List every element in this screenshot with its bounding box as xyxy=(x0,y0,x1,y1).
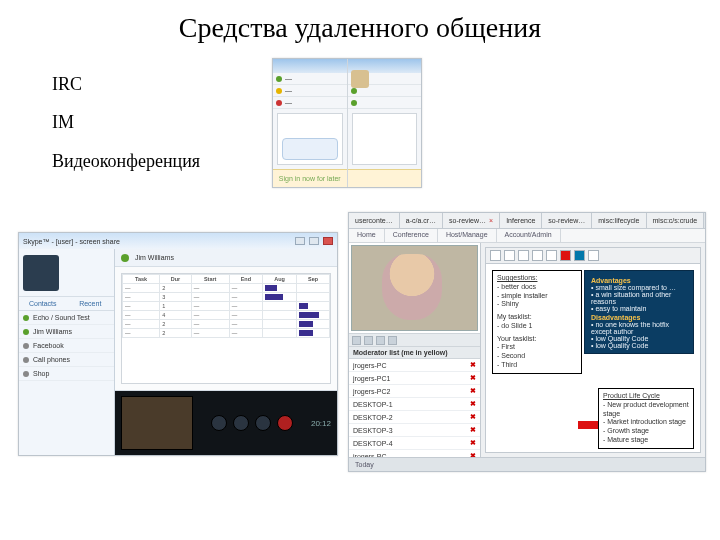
tool-share-icon[interactable] xyxy=(364,336,373,345)
slide-title: Средства удаленного общения xyxy=(40,12,680,44)
nav-home[interactable]: Home xyxy=(349,229,385,242)
call-duration: 20:12 xyxy=(311,419,331,428)
nav-host[interactable]: Host/Manage xyxy=(438,229,497,242)
sidebar-item[interactable]: Shop xyxy=(19,367,114,381)
info-panel: Advantages • small size compared to … • … xyxy=(584,270,694,354)
panel-heading: Disadvantages xyxy=(591,314,687,321)
tab-recent[interactable]: Recent xyxy=(67,297,115,310)
skype-sidebar: Contacts Recent Echo / Sound Test Jim Wi… xyxy=(19,249,115,455)
note-heading: Your tasklist: xyxy=(497,335,577,344)
whiteboard-toolbar xyxy=(486,248,700,264)
remote-video-thumb xyxy=(121,396,193,450)
remove-icon[interactable]: ✖ xyxy=(470,361,476,369)
bullet-irc: IRC xyxy=(52,68,200,100)
tool-chat-icon[interactable] xyxy=(352,336,361,345)
sidebar-item[interactable]: Jim Williams xyxy=(19,325,114,339)
call-strip: 20:12 xyxy=(115,391,337,455)
nav-account[interactable]: Account/Admin xyxy=(497,229,561,242)
tool-rect-icon[interactable] xyxy=(518,250,529,261)
video-toggle-button[interactable] xyxy=(233,415,249,431)
browser-tab[interactable]: userconte… xyxy=(349,213,400,228)
remove-icon[interactable]: ✖ xyxy=(470,387,476,395)
bullet-video: Видеоконференция xyxy=(52,145,200,177)
tool-erase-icon[interactable] xyxy=(546,250,557,261)
browser-tab[interactable]: Inference xyxy=(500,213,542,228)
tool-pen-icon[interactable] xyxy=(532,250,543,261)
mute-button[interactable] xyxy=(211,415,227,431)
participants-list: jrogers-PC✖ jrogers-PC1✖ jrogers-PC2✖ DE… xyxy=(349,359,480,457)
bullet-list: IRC IM Видеоконференция xyxy=(52,68,200,183)
tab-contacts[interactable]: Contacts xyxy=(19,297,67,310)
bullet-im: IM xyxy=(52,106,200,138)
im-contact: — xyxy=(285,99,292,106)
participant-row[interactable]: DESKTOP-3✖ xyxy=(349,424,480,437)
participant-row[interactable]: jrogers-PC2✖ xyxy=(349,385,480,398)
remove-icon[interactable]: ✖ xyxy=(470,426,476,434)
remove-icon[interactable]: ✖ xyxy=(470,400,476,408)
webcam-toolbar xyxy=(349,333,480,347)
note-heading: Suggestions: xyxy=(497,274,577,283)
im-contact: — xyxy=(285,87,292,94)
webcam-panel xyxy=(351,245,478,331)
participant-row[interactable]: DESKTOP-4✖ xyxy=(349,437,480,450)
remove-icon[interactable]: ✖ xyxy=(470,452,476,457)
participant-row[interactable]: DESKTOP-2✖ xyxy=(349,411,480,424)
app-nav: Home Conference Host/Manage Account/Admi… xyxy=(349,229,705,243)
participant-row[interactable]: DESKTOP-1✖ xyxy=(349,398,480,411)
self-avatar xyxy=(23,255,59,291)
close-icon[interactable]: × xyxy=(489,217,493,224)
tool-record-icon[interactable] xyxy=(376,336,385,345)
participants-header: Moderator list (me in yellow) xyxy=(349,347,480,359)
tool-color-icon[interactable] xyxy=(560,250,571,261)
tool-color-icon[interactable] xyxy=(574,250,585,261)
note-heading: Product Life Cycle xyxy=(603,392,689,401)
sidebar-item[interactable]: Call phones xyxy=(19,353,114,367)
sticky-note[interactable]: Product Life Cycle - New product develop… xyxy=(598,388,694,449)
close-button[interactable] xyxy=(323,237,333,245)
browser-tab[interactable]: misc:c/s:crude xyxy=(647,213,705,228)
sidebar-item[interactable]: Echo / Sound Test xyxy=(19,311,114,325)
browser-tab[interactable]: a-c/a.cr… xyxy=(400,213,443,228)
shared-spreadsheet: Task Dur Start End Aug Sep —2—— —3—— —1—… xyxy=(122,274,330,338)
sidebar-item[interactable]: Facebook xyxy=(19,339,114,353)
skype-screenshot: Skype™ - [user] - screen share Contacts … xyxy=(18,232,338,456)
screen-share-area: Task Dur Start End Aug Sep —2—— —3—— —1—… xyxy=(115,267,337,391)
remove-icon[interactable]: ✖ xyxy=(470,413,476,421)
participant-row[interactable]: jrogers-PC✖ xyxy=(349,359,480,372)
add-button[interactable] xyxy=(255,415,271,431)
tool-pointer-icon[interactable] xyxy=(490,250,501,261)
im-contact: — xyxy=(285,75,292,82)
browser-tab[interactable]: so-review… xyxy=(542,213,592,228)
webconference-screenshot: userconte… a-c/a.cr… so-review…× Inferen… xyxy=(348,212,706,472)
maximize-button[interactable] xyxy=(309,237,319,245)
browser-tab-row: userconte… a-c/a.cr… so-review…× Inferen… xyxy=(349,213,705,229)
sticky-note[interactable]: Suggestions: - better docs - simple inst… xyxy=(492,270,582,374)
remove-icon[interactable]: ✖ xyxy=(470,374,476,382)
browser-tab[interactable]: misc:lifecycle xyxy=(592,213,646,228)
im-signin-banner: Sign in now for later xyxy=(273,169,347,187)
remove-icon[interactable]: ✖ xyxy=(470,439,476,447)
minimize-button[interactable] xyxy=(295,237,305,245)
tool-settings-icon[interactable] xyxy=(388,336,397,345)
participant-row[interactable]: jrogers-PC✖ xyxy=(349,450,480,457)
tool-text-icon[interactable] xyxy=(504,250,515,261)
panel-heading: Advantages xyxy=(591,277,687,284)
tool-undo-icon[interactable] xyxy=(588,250,599,261)
presence-icon xyxy=(121,254,129,262)
im-client-screenshot: — — — Sign in now for later xyxy=(272,58,422,188)
skype-titlebar: Skype™ - [user] - screen share xyxy=(19,233,337,249)
active-contact-name: Jim Williams xyxy=(135,254,174,261)
hangup-button[interactable] xyxy=(277,415,293,431)
note-heading: My tasklist: xyxy=(497,313,577,322)
whiteboard[interactable]: Suggestions: - better docs - simple inst… xyxy=(485,247,701,453)
browser-tab[interactable]: so-review…× xyxy=(443,213,500,228)
participant-row[interactable]: jrogers-PC1✖ xyxy=(349,372,480,385)
status-bar: Today xyxy=(349,457,705,471)
nav-conference[interactable]: Conference xyxy=(385,229,438,242)
skype-window-title: Skype™ - [user] - screen share xyxy=(23,238,120,245)
